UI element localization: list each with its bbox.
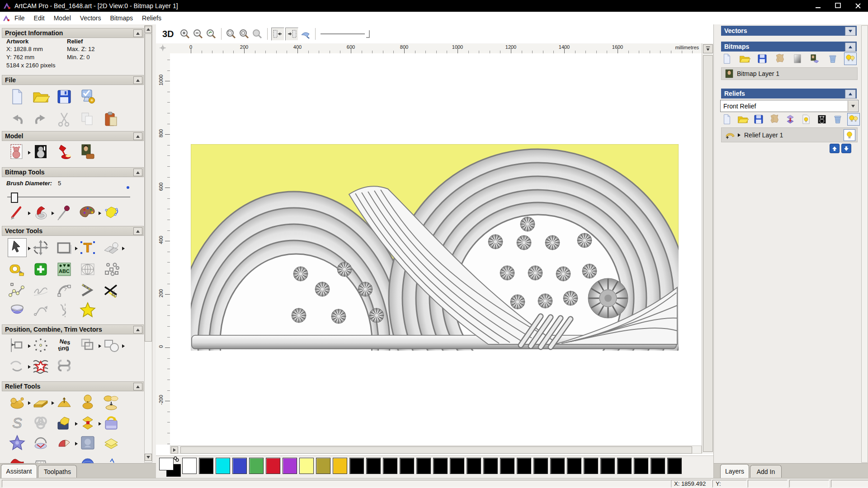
smooth-polyline-icon[interactable] <box>32 301 50 319</box>
zoom-previous-icon[interactable] <box>205 28 217 40</box>
palette-swatch[interactable] <box>651 458 665 474</box>
palette-swatch[interactable] <box>400 458 414 474</box>
delete-relief-layer-icon[interactable] <box>832 113 844 125</box>
text-on-curve-icon[interactable] <box>32 336 50 354</box>
colour-picker-icon[interactable] <box>55 203 73 221</box>
select-vectors-icon[interactable] <box>8 238 27 257</box>
palette-swatch[interactable] <box>383 458 397 474</box>
menu-file[interactable]: File <box>10 13 29 23</box>
new-model-icon[interactable] <box>8 88 26 106</box>
open-bitmap-icon[interactable] <box>739 53 750 65</box>
isolate-relief-layer-icon[interactable] <box>79 414 97 432</box>
transfer-relief-layer-icon[interactable] <box>784 113 796 125</box>
app-icon[interactable] <box>3 2 11 10</box>
toggle-relief-visibility-icon[interactable] <box>847 113 860 126</box>
create-text-icon[interactable]: T <box>79 239 97 257</box>
block-copy-icon[interactable] <box>79 336 97 354</box>
texture-relief-icon[interactable] <box>8 434 26 452</box>
relief-clipart-icon[interactable] <box>32 434 50 452</box>
tab-assistant[interactable]: Assistant <box>1 464 37 478</box>
delete-bitmap-layer-icon[interactable] <box>827 53 839 65</box>
measure-tool-icon[interactable] <box>8 260 26 278</box>
palette-swatch[interactable] <box>216 458 230 474</box>
copy-icon[interactable] <box>79 110 97 128</box>
redo-icon[interactable] <box>32 110 50 128</box>
palette-swatch[interactable] <box>567 458 581 474</box>
palette-swatch[interactable] <box>349 458 364 474</box>
snap-grid-toggle-icon[interactable] <box>285 28 298 41</box>
envelope-distort-icon[interactable] <box>79 260 97 278</box>
scroll-up-button[interactable] <box>145 26 152 33</box>
relief-dome-icon[interactable] <box>55 454 73 463</box>
open-model-icon[interactable] <box>32 88 50 106</box>
palette-swatch[interactable] <box>584 458 598 474</box>
collapse-section-button[interactable] <box>133 132 142 140</box>
extrude-weave-icon[interactable] <box>8 301 26 319</box>
scroll-down-button[interactable] <box>145 454 152 461</box>
palette-swatch[interactable] <box>249 458 264 474</box>
menu-edit[interactable]: Edit <box>29 13 49 23</box>
two-rail-sweep-icon[interactable] <box>79 393 97 411</box>
offset-relief-icon[interactable] <box>102 414 120 432</box>
new-relief-layer-icon[interactable] <box>721 113 733 125</box>
transform-vectors-icon[interactable] <box>32 239 50 257</box>
relief-set-combobox[interactable]: Front Relief <box>720 100 859 112</box>
vector-sheets-icon[interactable] <box>102 239 120 257</box>
open-relief-icon[interactable] <box>737 113 749 125</box>
relief-tool-icon[interactable] <box>8 454 26 463</box>
tab-toolpaths[interactable]: Toolpaths <box>38 465 77 478</box>
maximize-button[interactable] <box>828 1 848 11</box>
expand-section-button[interactable] <box>845 27 856 36</box>
palette-swatch[interactable] <box>232 458 247 474</box>
zero-plane-icon[interactable] <box>32 393 50 411</box>
palette-swatch[interactable] <box>299 458 314 474</box>
line-width-control[interactable] <box>319 28 373 40</box>
menu-model[interactable]: Model <box>49 13 75 23</box>
palette-swatch[interactable] <box>366 458 381 474</box>
create-polyline-icon[interactable] <box>8 281 26 299</box>
collapse-section-button[interactable] <box>133 169 142 176</box>
greyscale-bitmap-icon[interactable] <box>792 53 803 65</box>
shape-editor-icon[interactable] <box>55 393 73 411</box>
palette-swatch[interactable] <box>617 458 632 474</box>
canvas-2d-view[interactable] <box>170 53 702 445</box>
node-editing-icon[interactable] <box>32 260 50 278</box>
create-rectangle-icon[interactable] <box>55 239 73 257</box>
palette-swatch[interactable] <box>550 458 565 474</box>
palette-swatch[interactable] <box>600 458 615 474</box>
zoom-in-icon[interactable] <box>179 28 191 40</box>
relief-layer-item[interactable]: Relief Layer 1 <box>721 127 858 142</box>
expand-layer-icon[interactable] <box>738 133 741 137</box>
palette-swatch[interactable] <box>500 458 514 474</box>
toggle-bitmap-visibility-icon[interactable] <box>844 52 857 65</box>
set-model-size-icon[interactable] <box>8 143 26 161</box>
zoom-out-icon[interactable] <box>192 28 204 40</box>
cut-icon[interactable] <box>55 110 73 128</box>
vector-texture-icon[interactable] <box>32 357 50 375</box>
tab-layers[interactable]: Layers <box>720 464 749 478</box>
paste-along-curve-icon[interactable] <box>102 260 120 278</box>
collapse-section-button[interactable] <box>133 227 142 235</box>
canvas-vscroll-thumb[interactable] <box>703 55 713 452</box>
mirror-section-icon[interactable] <box>55 301 73 319</box>
close-button[interactable] <box>848 1 868 11</box>
palette-swatch[interactable] <box>266 458 280 474</box>
save-relief-icon[interactable] <box>753 113 764 125</box>
save-model-icon[interactable] <box>55 88 73 106</box>
create-arc-icon[interactable] <box>55 281 73 299</box>
fit-arcs-icon[interactable] <box>79 281 97 299</box>
palette-swatch[interactable] <box>483 458 498 474</box>
palette-swatch[interactable] <box>416 458 431 474</box>
undo-icon[interactable] <box>8 110 26 128</box>
brush-diameter-slider-thumb[interactable] <box>11 192 18 203</box>
interlock-vectors-icon[interactable] <box>55 357 73 375</box>
relief-from-vectors-icon[interactable] <box>55 414 73 432</box>
adjust-model-icon[interactable] <box>32 143 50 161</box>
palette-swatch[interactable] <box>634 458 648 474</box>
smooth-relief-icon[interactable] <box>8 393 26 411</box>
palette-icon[interactable] <box>79 203 97 221</box>
canvas-hscroll-thumb[interactable] <box>180 446 692 454</box>
bitmap-image-layer-icon[interactable] <box>809 53 821 65</box>
preview-relief-icon[interactable] <box>299 28 311 40</box>
merge-bitmap-icon[interactable] <box>774 53 786 65</box>
